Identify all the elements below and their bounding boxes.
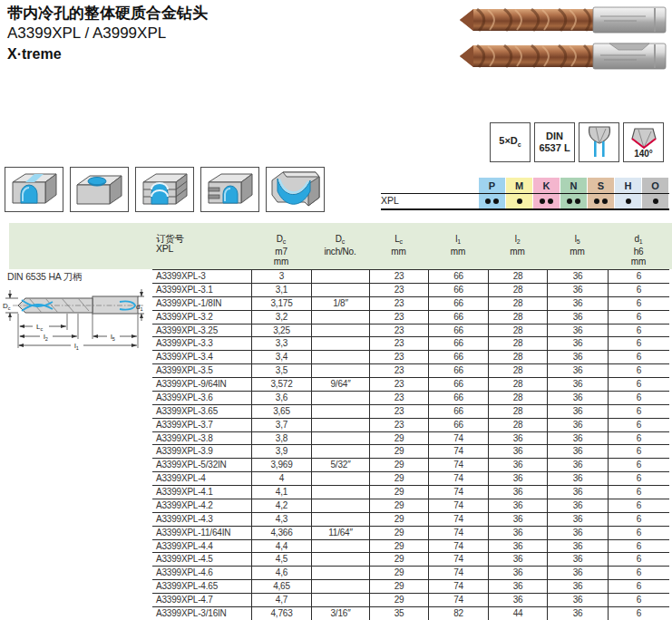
application-box-5 bbox=[266, 167, 325, 212]
value-cell: 6 bbox=[608, 392, 669, 404]
coolant-drill-point-icon bbox=[581, 124, 618, 160]
order-number: A3399XPL-3/16IN bbox=[152, 607, 251, 620]
svg-text:l1: l1 bbox=[74, 342, 79, 351]
value-cell: 36 bbox=[547, 392, 608, 404]
value-cell: 36 bbox=[547, 607, 608, 620]
column-header: Dcm7mm bbox=[251, 234, 311, 266]
order-number: A3399XPL-4 bbox=[152, 472, 251, 485]
value-cell: 28 bbox=[488, 419, 547, 431]
column-header: l1mm bbox=[428, 234, 488, 266]
value-cell: 4,6 bbox=[251, 567, 311, 579]
rating-dot-icon bbox=[540, 199, 545, 204]
catalog-table-body: A3399XPL-33236628366A3399XPL-3.13,123662… bbox=[152, 269, 669, 620]
column-header: 订货号XPL bbox=[152, 234, 251, 266]
rating-dot-icon bbox=[485, 199, 491, 204]
value-cell: 3,25 bbox=[251, 325, 311, 337]
order-number: A3399XPL-4.65 bbox=[152, 580, 251, 593]
value-cell: 36 bbox=[488, 445, 547, 458]
table-row: A3399XPL-3.83,8297436366 bbox=[152, 432, 669, 446]
value-cell: 66 bbox=[428, 351, 488, 363]
length-ratio-label: 5×Dc bbox=[499, 135, 521, 149]
value-cell: 3,9 bbox=[251, 445, 311, 458]
material-rating bbox=[560, 194, 587, 208]
value-cell: 36 bbox=[547, 527, 608, 539]
table-row: A3399XPL-4.24,2297436366 bbox=[152, 499, 669, 513]
material-rating bbox=[615, 194, 641, 208]
value-cell: 4,366 bbox=[251, 527, 311, 539]
value-cell: 66 bbox=[428, 325, 488, 337]
value-cell: 23 bbox=[369, 297, 428, 310]
value-cell bbox=[311, 445, 369, 458]
value-cell: 28 bbox=[488, 325, 547, 337]
rating-dot-icon bbox=[594, 199, 599, 204]
value-cell: 36 bbox=[547, 499, 608, 512]
order-number: A3399XPL-4.5 bbox=[152, 553, 251, 566]
value-cell: 4,2 bbox=[251, 499, 311, 512]
point-angle-140-icon bbox=[626, 127, 662, 151]
value-cell: 23 bbox=[369, 392, 428, 404]
page-header: 带内冷孔的整体硬质合金钻头 A3399XPL / A3999XPL X·trem… bbox=[7, 4, 208, 63]
column-header: Dcinch/No. bbox=[311, 234, 369, 266]
application-box-4 bbox=[200, 167, 259, 212]
value-cell: 36 bbox=[547, 270, 608, 283]
din-line2: 6537 L bbox=[539, 142, 570, 154]
value-cell bbox=[311, 567, 369, 579]
value-cell: 3,1 bbox=[251, 284, 311, 296]
brand-line: X·treme bbox=[7, 45, 208, 63]
value-cell: 6 bbox=[608, 513, 669, 526]
material-rating bbox=[642, 194, 668, 208]
order-number: A3399XPL-1/8IN bbox=[152, 297, 251, 310]
value-cell: 36 bbox=[488, 567, 547, 579]
table-row: A3399XPL-3.253,25236628366 bbox=[152, 325, 669, 338]
value-cell: 74 bbox=[428, 580, 488, 593]
value-cell: 6 bbox=[608, 607, 669, 620]
value-cell: 66 bbox=[428, 378, 488, 391]
table-row: A3399XPL-4.654,65297436366 bbox=[152, 580, 669, 594]
value-cell: 6 bbox=[608, 594, 669, 606]
value-cell: 66 bbox=[428, 364, 488, 377]
material-rating bbox=[479, 194, 505, 208]
material-letter: S bbox=[588, 178, 614, 193]
value-cell: 3/16″ bbox=[311, 607, 369, 620]
value-cell: 28 bbox=[488, 337, 547, 350]
order-number: A3399XPL-9/64IN bbox=[152, 378, 251, 391]
table-row: A3399XPL-3.63,6236628366 bbox=[152, 392, 669, 405]
value-cell: 36 bbox=[547, 594, 608, 606]
rating-dot-icon bbox=[517, 199, 522, 204]
order-number: A3399XPL-3.1 bbox=[152, 284, 251, 296]
value-cell bbox=[311, 284, 369, 296]
din-line1: DIN bbox=[546, 131, 563, 142]
value-cell: 29 bbox=[369, 567, 428, 579]
order-number: A3399XPL-3.5 bbox=[152, 364, 251, 377]
value-cell bbox=[311, 594, 369, 606]
value-cell: 36 bbox=[547, 540, 608, 553]
material-letter: P bbox=[479, 178, 505, 193]
value-cell: 9/64″ bbox=[311, 378, 369, 391]
value-cell: 3,6 bbox=[251, 392, 311, 404]
value-cell: 36 bbox=[547, 325, 608, 337]
value-cell: 11/64″ bbox=[311, 527, 369, 539]
value-cell: 74 bbox=[428, 540, 488, 553]
value-cell: 36 bbox=[547, 311, 608, 324]
material-letter: N bbox=[560, 178, 587, 193]
rating-dot-icon bbox=[548, 199, 553, 204]
value-cell: 6 bbox=[608, 405, 669, 418]
material-bottom-rule bbox=[381, 208, 669, 210]
value-cell: 74 bbox=[428, 527, 488, 539]
value-cell: 36 bbox=[547, 472, 608, 485]
value-cell: 28 bbox=[488, 378, 547, 391]
value-cell: 28 bbox=[488, 351, 547, 363]
order-number: A3399XPL-5/32IN bbox=[152, 459, 251, 471]
value-cell: 35 bbox=[369, 607, 428, 620]
value-cell: 36 bbox=[488, 499, 547, 512]
table-row: A3399XPL-3/16IN4,7633/16″358244366 bbox=[152, 607, 669, 620]
value-cell: 6 bbox=[608, 472, 669, 485]
material-rating bbox=[588, 194, 614, 208]
value-cell: 6 bbox=[608, 540, 669, 553]
value-cell: 6 bbox=[608, 337, 669, 350]
value-cell: 66 bbox=[428, 337, 488, 350]
application-box-2 bbox=[70, 167, 129, 212]
value-cell: 29 bbox=[369, 486, 428, 499]
rating-dot-icon bbox=[626, 199, 631, 204]
svg-text:Lc: Lc bbox=[36, 323, 43, 332]
